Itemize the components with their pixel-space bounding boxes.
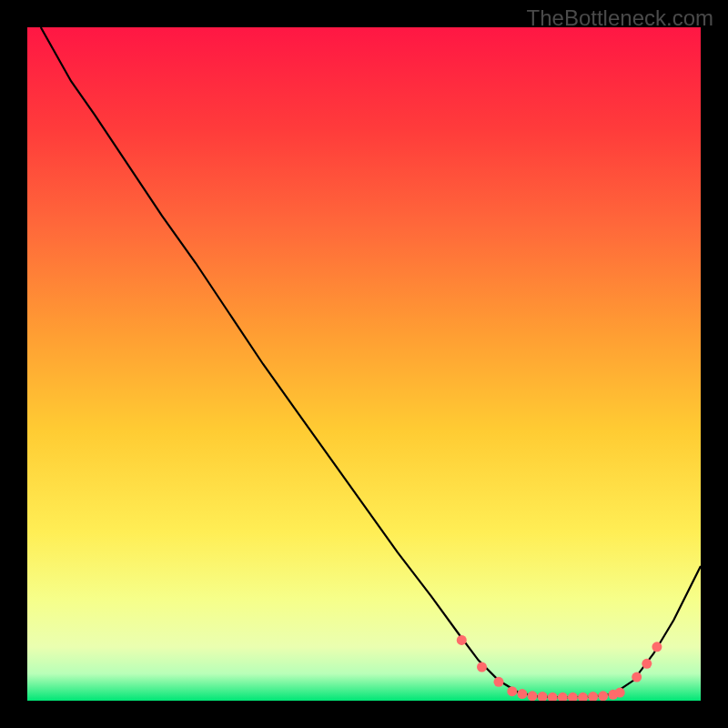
curve-marker (632, 672, 642, 682)
curve-marker (507, 686, 517, 696)
chart-svg (27, 27, 701, 701)
curve-marker (642, 659, 652, 669)
curve-marker (598, 691, 608, 701)
curve-marker (528, 691, 538, 701)
plot-area (27, 27, 701, 701)
gradient-background (27, 27, 701, 701)
chart-container: TheBottleneck.com (0, 0, 728, 728)
curve-marker (652, 642, 662, 652)
curve-marker (457, 635, 467, 645)
curve-marker (494, 677, 504, 687)
curve-marker (517, 689, 527, 699)
curve-marker (477, 662, 487, 672)
watermark-text: TheBottleneck.com (527, 5, 713, 31)
curve-marker (615, 688, 625, 698)
